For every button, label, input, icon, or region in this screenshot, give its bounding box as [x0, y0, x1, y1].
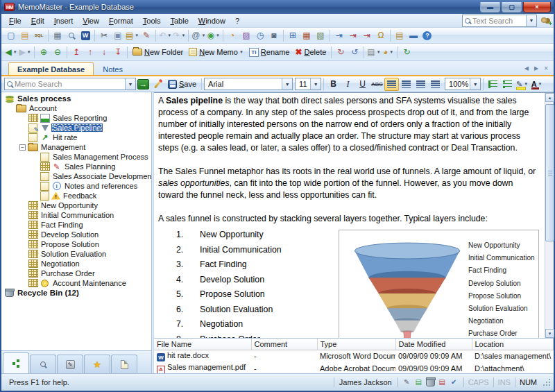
memo-style-icon[interactable]: ◕▼ [382, 46, 395, 59]
tree-item[interactable]: Initial Communication [1, 210, 151, 220]
open-database-icon[interactable]: ▤ [18, 29, 32, 42]
bullet-list-button[interactable] [500, 78, 515, 91]
delete-button[interactable]: ✖Delete [292, 45, 329, 60]
tree-item[interactable]: Solution Evaluation [1, 249, 151, 259]
font-size-select[interactable]: 11 ▼ [295, 78, 321, 90]
tree-item[interactable]: Negotiation [1, 259, 151, 269]
move-down-icon[interactable]: ↓ [97, 46, 111, 59]
forward-icon[interactable]: ▶▼ [18, 46, 32, 59]
column-header[interactable]: Type [317, 339, 395, 350]
scrollbar-thumb[interactable] [545, 104, 554, 241]
move-bottom-icon[interactable]: ↧ [111, 46, 125, 59]
menu-item-table[interactable]: Table [165, 15, 193, 26]
help-icon[interactable]: ? [420, 29, 434, 42]
memo-search-input[interactable]: Memo Search ▼ [4, 78, 136, 90]
align-center-button[interactable] [399, 78, 413, 91]
align-justify-button[interactable] [428, 78, 443, 91]
scroll-up-icon[interactable]: ▲ [545, 93, 554, 102]
memo-editor[interactable]: A Sales pipeline is the way that both di… [154, 92, 554, 338]
status-download-icon[interactable]: ▤ [438, 377, 447, 386]
editor-scrollbar[interactable]: ▲ ▼ [545, 93, 554, 338]
sidebar-tab-templates[interactable] [111, 355, 137, 373]
status-recycle-icon[interactable] [426, 377, 435, 386]
underline-button[interactable]: U [355, 78, 370, 91]
zoom-select[interactable]: 100% ▼ [445, 78, 481, 90]
clipboard-search-icon[interactable]: ▤ [393, 29, 407, 42]
font-name-dropdown[interactable]: ▼ [282, 78, 292, 90]
maximize-button[interactable]: ▢ [502, 2, 522, 12]
column-header[interactable]: Date Modified [395, 339, 472, 350]
italic-button[interactable]: I [341, 78, 355, 91]
print-icon[interactable]: ▦ [51, 29, 65, 42]
tree-expander-icon[interactable]: − [19, 144, 26, 151]
tab-close-icon[interactable]: × [543, 64, 549, 73]
monitor-icon[interactable]: ▬ [407, 29, 420, 42]
rename-button[interactable]: TIRename [246, 45, 293, 60]
import-file-icon[interactable]: ⇥ [332, 29, 346, 42]
menu-item-[interactable]: ? [230, 15, 244, 26]
tree-item[interactable]: Sales process [1, 94, 151, 103]
sidebar-tab-favorites[interactable]: ★ [84, 355, 110, 373]
attachment-row[interactable]: ASales management.pdf-Adobe Acrobat Docu… [154, 362, 554, 373]
copy-icon[interactable]: ▣ [111, 29, 125, 42]
tree-item[interactable]: Develop Solution [1, 230, 151, 239]
menu-item-insert[interactable]: Insert [49, 15, 78, 26]
attachment-row[interactable]: Whit rate.docx-Microsoft Word Document09… [154, 350, 554, 362]
tree-item[interactable]: Notes and references [1, 181, 151, 191]
menu-item-tools[interactable]: Tools [138, 15, 166, 26]
text-search-input[interactable]: Text Search ▼ [462, 15, 537, 27]
undo-icon[interactable]: ↶▼ [158, 29, 172, 42]
column-header[interactable]: Comment [251, 339, 317, 350]
hyperlink-icon[interactable]: ◉▼ [206, 29, 220, 42]
search-database-icon[interactable] [541, 17, 551, 25]
back-icon[interactable]: ◀▼ [4, 46, 18, 59]
import-folder-icon[interactable]: ⇥ [360, 29, 374, 42]
insert-table-icon[interactable]: ⊞ [286, 29, 300, 42]
status-memo-edit-icon[interactable]: ✎ [402, 377, 411, 386]
close-button[interactable]: × [523, 2, 551, 12]
tree-item[interactable]: Feedback [1, 191, 151, 201]
move-top-icon[interactable]: ↥ [69, 46, 83, 59]
bold-button[interactable]: B [326, 78, 341, 91]
tab-scroll-right-icon[interactable]: ▶ [533, 65, 540, 72]
cut-icon[interactable]: ✂ [97, 29, 111, 42]
align-right-button[interactable] [413, 78, 428, 91]
lock-icon[interactable]: Ω [374, 29, 388, 42]
highlight-button[interactable]: ✎▼ [515, 78, 529, 91]
tree-item[interactable]: New Opportunity [1, 201, 151, 210]
move-up-icon[interactable]: ↑ [83, 46, 97, 59]
format-painter-icon[interactable]: ✎ [139, 29, 153, 42]
clock-icon[interactable]: ◷ [253, 29, 267, 42]
zoom-dropdown[interactable]: ▼ [470, 78, 480, 90]
tree-item[interactable]: −Management [1, 142, 151, 152]
tree-item[interactable]: Account Maintenance [1, 278, 151, 288]
tree-item[interactable]: Sales Associate Development [1, 171, 151, 181]
tree-item[interactable]: Propose Solution [1, 239, 151, 249]
strikethrough-button[interactable]: ABC [370, 78, 384, 91]
numbered-list-button[interactable] [486, 78, 500, 91]
status-sync-check-icon[interactable]: ✔ [450, 377, 459, 386]
link-memo-icon[interactable]: ↻ [334, 46, 348, 59]
sidebar-tab-search[interactable] [30, 355, 56, 373]
column-header[interactable]: Location [472, 339, 554, 350]
attachment-icon[interactable]: @▼ [191, 29, 206, 42]
redo-icon[interactable]: ↷▼ [172, 29, 186, 42]
camera-icon[interactable]: ◙ [267, 29, 281, 42]
rich-text-content[interactable]: A Sales pipeline is the way that both di… [154, 93, 545, 338]
reminder-icon[interactable]: ◔ [225, 29, 239, 42]
image-editor-icon[interactable]: ▧ [314, 29, 327, 42]
menu-item-file[interactable]: File [4, 15, 26, 26]
sql-console-icon[interactable]: SQL [32, 29, 46, 42]
new-database-icon[interactable]: ▢ [4, 29, 18, 42]
tree-item[interactable]: ↗Hit rate [1, 133, 151, 142]
save-button[interactable]: Save [165, 77, 199, 92]
calendar-icon[interactable]: ▦ [300, 29, 314, 42]
menu-item-window[interactable]: Window [194, 15, 230, 26]
menu-item-view[interactable]: View [78, 15, 104, 26]
search-wizard-button[interactable] [151, 78, 165, 91]
expand-all-icon[interactable]: ⊕ [37, 46, 51, 59]
tree-item[interactable]: Sales Reporting [1, 113, 151, 123]
tree-item[interactable]: ✎Sales Planning [1, 162, 151, 171]
paste-icon[interactable]: ▤▼ [125, 29, 139, 42]
tree-item[interactable]: Purchase Order [1, 269, 151, 278]
